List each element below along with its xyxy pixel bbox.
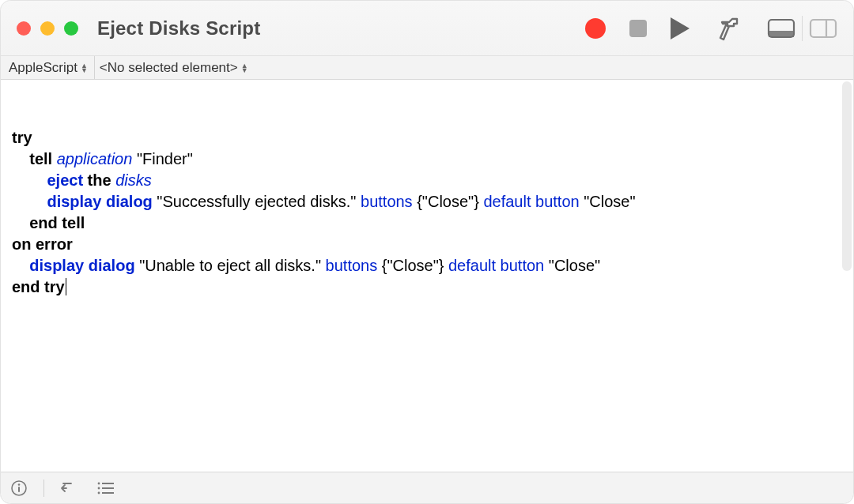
str-unable: "Unable to eject all disks.": [135, 257, 326, 274]
result-button[interactable]: [60, 480, 81, 496]
svg-point-9: [98, 487, 100, 489]
kw-the: the: [83, 171, 115, 189]
window-title: Eject Disks Script: [97, 17, 260, 39]
code-editor[interactable]: try tell application "Finder" eject the …: [1, 80, 853, 472]
toggle-bottom-panel-button[interactable]: [767, 17, 795, 39]
str-success: "Successfully ejected disks.": [153, 193, 361, 210]
chevron-up-down-icon: ▲▼: [241, 63, 248, 73]
vertical-scrollbar[interactable]: [842, 81, 852, 271]
kw-on-error: on error: [12, 235, 73, 253]
kw-end-tell: end tell: [29, 214, 85, 231]
toolbar: [585, 16, 837, 41]
kw-default-button-2: default button: [448, 257, 544, 274]
description-button[interactable]: [10, 480, 28, 497]
zoom-window-button[interactable]: [64, 21, 78, 36]
cmd-display-dialog-2: display dialog: [29, 257, 134, 274]
stop-button[interactable]: [629, 20, 647, 37]
toggle-side-panel-button[interactable]: [809, 17, 837, 39]
titlebar: Eject Disks Script: [1, 1, 853, 56]
kw-tell: tell: [29, 150, 52, 167]
svg-point-11: [98, 491, 100, 494]
chevron-up-down-icon: ▲▼: [81, 63, 88, 73]
kw-end-try: end try: [12, 278, 65, 295]
cmd-display-dialog: display dialog: [47, 193, 152, 210]
navigation-bar: AppleScript ▲▼ <No selected element> ▲▼: [1, 56, 853, 80]
separator: [43, 480, 44, 497]
svg-rect-6: [18, 487, 20, 492]
compile-button[interactable]: [713, 16, 743, 41]
str-finder: "Finder": [132, 150, 192, 167]
close-window-button[interactable]: [17, 21, 31, 36]
str-close-2: "Close": [544, 257, 600, 274]
element-selector[interactable]: <No selected element> ▲▼: [95, 56, 255, 79]
script-editor-window: Eject Disks Script: [0, 0, 854, 504]
kw-application: application: [57, 150, 133, 167]
kw-buttons-2: buttons: [326, 257, 378, 274]
record-button[interactable]: [585, 18, 606, 39]
log-button[interactable]: [96, 481, 115, 495]
cmd-eject: eject: [47, 171, 83, 189]
svg-rect-2: [811, 20, 836, 37]
text-cursor: [66, 278, 66, 295]
svg-rect-1: [769, 31, 794, 37]
bottom-toolbar: [1, 472, 853, 503]
svg-point-5: [18, 483, 21, 486]
run-button[interactable]: [671, 17, 690, 39]
language-selector[interactable]: AppleScript ▲▼: [4, 56, 95, 79]
str-close: "Close": [580, 193, 636, 210]
kw-try: try: [12, 129, 32, 146]
kw-disks: disks: [115, 171, 152, 189]
kw-buttons: buttons: [361, 193, 413, 210]
svg-point-7: [98, 482, 100, 484]
element-label: <No selected element>: [100, 60, 238, 76]
list-close: {"Close"}: [413, 193, 484, 210]
language-label: AppleScript: [9, 60, 77, 76]
toolbar-separator: [802, 16, 803, 41]
kw-default-button: default button: [483, 193, 579, 210]
minimize-window-button[interactable]: [40, 21, 55, 36]
window-controls: [17, 21, 78, 36]
list-close-2: {"Close"}: [377, 257, 448, 274]
